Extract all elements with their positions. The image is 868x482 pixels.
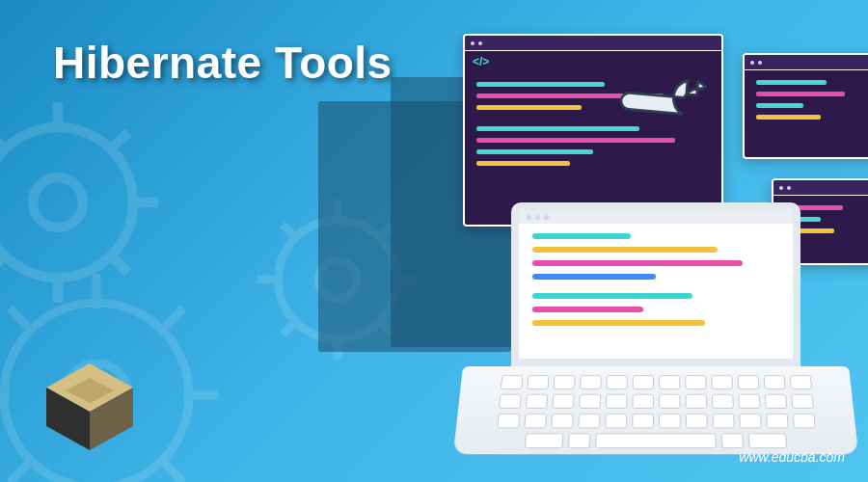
page-title: Hibernate Tools: [53, 37, 393, 89]
window-title-bar: [745, 55, 868, 70]
educba-cube-logo: [37, 359, 143, 455]
laptop-screen: [511, 202, 800, 366]
svg-point-1: [33, 177, 83, 228]
hero-banner: Hibernate Tools </>: [0, 0, 868, 482]
code-tag-icon: </>: [465, 51, 497, 72]
laptop-illustration: [463, 202, 849, 472]
window-title-bar: [773, 180, 868, 196]
code-window-small: [743, 53, 868, 159]
laptop-keyboard: [453, 366, 858, 454]
